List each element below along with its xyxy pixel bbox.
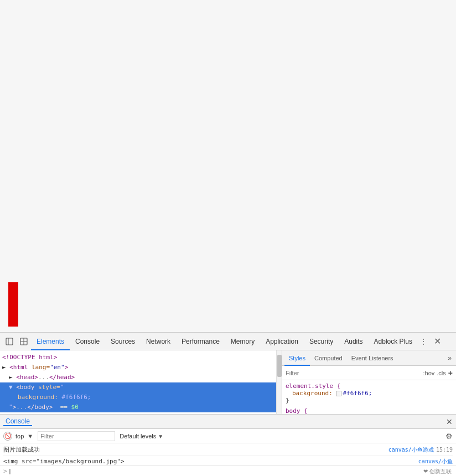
- console-msg-text-2: <img src="images/background.jpg">: [3, 457, 415, 465]
- console-message-1: 图片加载成功 canvas/小鱼游戏 15:19: [3, 444, 453, 456]
- style-rule-element: element.style { background: #f6f6f6; }: [286, 382, 453, 404]
- tab-security[interactable]: Security: [304, 333, 339, 350]
- console-caret[interactable]: |: [9, 468, 11, 474]
- console-filter-row: 🚫 top ▼ Default levels ▼ ⚙: [0, 429, 456, 443]
- styles-tabs: Styles Computed Event Listeners »: [282, 350, 456, 366]
- browser-viewport: [0, 0, 456, 332]
- console-levels-arrow-icon: ▼: [158, 433, 163, 439]
- more-tabs-btn[interactable]: ⋮: [418, 335, 429, 348]
- tab-console[interactable]: Console: [70, 333, 105, 350]
- devtools-toolbar: Elements Console Sources Network Perform…: [0, 333, 456, 350]
- console-msg-time-1: 15:19: [436, 446, 453, 454]
- console-msg-source-2[interactable]: canvas/小鱼: [418, 457, 453, 465]
- dom-line-bg-prop[interactable]: background: #f6f6f6;: [0, 392, 282, 402]
- dom-line-head[interactable]: ► <head>...</head>: [0, 372, 282, 382]
- tab-computed[interactable]: Computed: [310, 350, 347, 366]
- color-swatch[interactable]: [336, 391, 341, 396]
- console-scope-arrow[interactable]: ▼: [27, 433, 33, 439]
- filter-hov[interactable]: :hov: [423, 370, 435, 376]
- console-toolbar: Console ✕: [0, 415, 456, 429]
- console-prompt-icon: >: [3, 468, 7, 474]
- tab-styles[interactable]: Styles: [284, 350, 310, 366]
- dom-line-body-open[interactable]: ▼ <body style=": [0, 382, 282, 392]
- tab-audits[interactable]: Audits: [339, 333, 368, 350]
- dom-scrollbar-thumb: [277, 355, 282, 377]
- dom-line-html[interactable]: ► <html lang="en">: [0, 363, 282, 372]
- console-default-levels[interactable]: Default levels ▼: [120, 433, 163, 439]
- console-panel: Console ✕ 🚫 top ▼ Default levels ▼ ⚙ 图片加…: [0, 414, 456, 476]
- close-devtools-btn[interactable]: ✕: [431, 335, 444, 348]
- inspect-icon-btn[interactable]: [17, 335, 30, 348]
- tab-adblock[interactable]: Adblock Plus: [369, 333, 418, 350]
- dom-line-doctype[interactable]: <!DOCTYPE html>: [0, 353, 282, 363]
- tab-elements[interactable]: Elements: [31, 333, 70, 350]
- styles-filter-input[interactable]: [286, 370, 421, 376]
- cursor-icon-btn[interactable]: [3, 335, 16, 348]
- console-input-row: > |: [0, 465, 456, 476]
- tab-network[interactable]: Network: [141, 333, 176, 350]
- console-scope-label: top: [15, 433, 24, 439]
- console-msg-text-1: 图片加载成功: [3, 446, 385, 454]
- tab-sources[interactable]: Sources: [105, 333, 141, 350]
- console-block-icon[interactable]: 🚫: [3, 432, 12, 441]
- styles-more-icon[interactable]: »: [445, 354, 454, 362]
- filter-cls[interactable]: .cls: [437, 370, 446, 376]
- console-gear-icon[interactable]: ⚙: [445, 432, 453, 441]
- tab-event-listeners[interactable]: Event Listeners: [347, 350, 398, 366]
- tab-memory[interactable]: Memory: [225, 333, 260, 350]
- svg-rect-0: [6, 338, 13, 345]
- console-msg-source-1[interactable]: canvas/小鱼游戏: [388, 446, 434, 454]
- styles-filter-bar: :hov .cls +: [282, 366, 456, 380]
- tab-performance[interactable]: Performance: [176, 333, 225, 350]
- watermark: ❤ 创新互联: [421, 467, 454, 476]
- red-rectangle: [8, 282, 18, 327]
- dom-line-body-close[interactable]: ">...</body> == $0: [0, 402, 282, 412]
- console-messages: 图片加载成功 canvas/小鱼游戏 15:19 <img src="image…: [0, 443, 456, 465]
- tab-console-label[interactable]: Console: [3, 417, 32, 426]
- close-console-btn[interactable]: ✕: [446, 417, 453, 426]
- tab-application[interactable]: Application: [260, 333, 304, 350]
- console-message-2: <img src="images/background.jpg"> canvas…: [3, 456, 453, 465]
- console-filter-input[interactable]: [38, 431, 115, 441]
- filter-add[interactable]: +: [448, 369, 453, 377]
